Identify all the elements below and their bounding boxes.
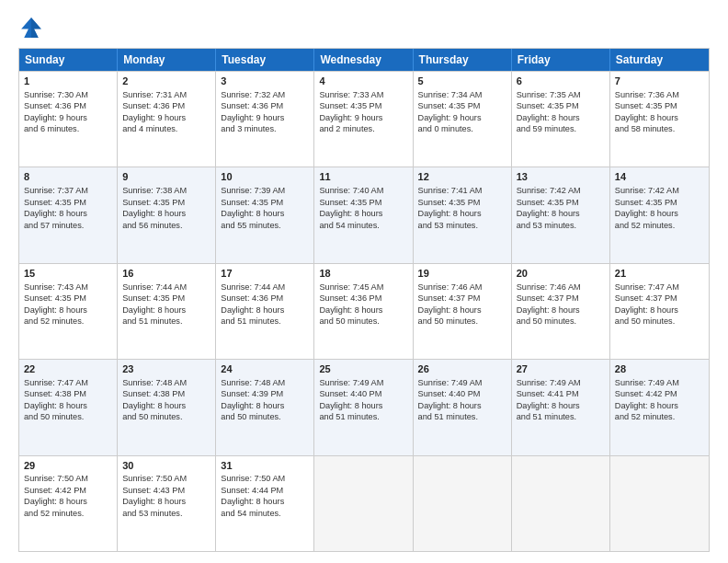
header-cell-wednesday: Wednesday <box>314 49 413 71</box>
calendar-row: 8Sunrise: 7:37 AM Sunset: 4:35 PM Daylig… <box>19 167 709 262</box>
calendar-row: 22Sunrise: 7:47 AM Sunset: 4:38 PM Dayli… <box>19 359 709 454</box>
calendar-cell: 11Sunrise: 7:40 AM Sunset: 4:35 PM Dayli… <box>314 167 413 262</box>
calendar-cell <box>512 456 610 551</box>
header-cell-monday: Monday <box>118 49 216 71</box>
calendar-cell <box>610 456 709 551</box>
calendar-cell: 18Sunrise: 7:45 AM Sunset: 4:36 PM Dayli… <box>314 264 413 359</box>
calendar-cell: 28Sunrise: 7:49 AM Sunset: 4:42 PM Dayli… <box>610 360 709 454</box>
calendar-cell: 24Sunrise: 7:48 AM Sunset: 4:39 PM Dayli… <box>216 360 314 454</box>
calendar-cell: 8Sunrise: 7:37 AM Sunset: 4:35 PM Daylig… <box>19 167 118 262</box>
calendar-cell: 6Sunrise: 7:35 AM Sunset: 4:35 PM Daylig… <box>512 72 610 167</box>
calendar-cell: 30Sunrise: 7:50 AM Sunset: 4:43 PM Dayli… <box>118 456 216 551</box>
calendar-cell: 14Sunrise: 7:42 AM Sunset: 4:35 PM Dayli… <box>610 167 709 262</box>
calendar-cell: 16Sunrise: 7:44 AM Sunset: 4:35 PM Dayli… <box>118 264 216 359</box>
calendar-cell: 1Sunrise: 7:30 AM Sunset: 4:36 PM Daylig… <box>19 72 118 167</box>
calendar-cell: 27Sunrise: 7:49 AM Sunset: 4:41 PM Dayli… <box>512 360 610 454</box>
calendar-cell: 17Sunrise: 7:44 AM Sunset: 4:36 PM Dayli… <box>216 264 314 359</box>
calendar-cell: 31Sunrise: 7:50 AM Sunset: 4:44 PM Dayli… <box>216 456 314 551</box>
calendar-cell: 2Sunrise: 7:31 AM Sunset: 4:36 PM Daylig… <box>118 72 216 167</box>
calendar-cell: 4Sunrise: 7:33 AM Sunset: 4:35 PM Daylig… <box>314 72 413 167</box>
calendar: SundayMondayTuesdayWednesdayThursdayFrid… <box>18 48 710 552</box>
calendar-cell <box>314 456 413 551</box>
header-cell-thursday: Thursday <box>414 49 512 71</box>
calendar-cell: 5Sunrise: 7:34 AM Sunset: 4:35 PM Daylig… <box>414 72 512 167</box>
calendar-cell: 7Sunrise: 7:36 AM Sunset: 4:35 PM Daylig… <box>610 72 709 167</box>
calendar-body: 1Sunrise: 7:30 AM Sunset: 4:36 PM Daylig… <box>19 71 709 551</box>
page: SundayMondayTuesdayWednesdayThursdayFrid… <box>0 0 728 563</box>
calendar-cell: 10Sunrise: 7:39 AM Sunset: 4:35 PM Dayli… <box>216 167 314 262</box>
calendar-cell <box>414 456 512 551</box>
logo <box>18 15 48 40</box>
header-cell-sunday: Sunday <box>19 49 118 71</box>
calendar-cell: 13Sunrise: 7:42 AM Sunset: 4:35 PM Dayli… <box>512 167 610 262</box>
calendar-cell: 26Sunrise: 7:49 AM Sunset: 4:40 PM Dayli… <box>414 360 512 454</box>
header-cell-tuesday: Tuesday <box>216 49 314 71</box>
calendar-row: 29Sunrise: 7:50 AM Sunset: 4:42 PM Dayli… <box>19 455 709 551</box>
calendar-cell: 12Sunrise: 7:41 AM Sunset: 4:35 PM Dayli… <box>414 167 512 262</box>
calendar-cell: 29Sunrise: 7:50 AM Sunset: 4:42 PM Dayli… <box>19 456 118 551</box>
calendar-cell: 25Sunrise: 7:49 AM Sunset: 4:40 PM Dayli… <box>314 360 413 454</box>
header-cell-saturday: Saturday <box>610 49 709 71</box>
header <box>18 15 710 40</box>
header-cell-friday: Friday <box>512 49 610 71</box>
calendar-row: 1Sunrise: 7:30 AM Sunset: 4:36 PM Daylig… <box>19 71 709 167</box>
calendar-cell: 3Sunrise: 7:32 AM Sunset: 4:36 PM Daylig… <box>216 72 314 167</box>
svg-marker-1 <box>31 17 41 38</box>
calendar-row: 15Sunrise: 7:43 AM Sunset: 4:35 PM Dayli… <box>19 263 709 359</box>
calendar-cell: 9Sunrise: 7:38 AM Sunset: 4:35 PM Daylig… <box>118 167 216 262</box>
calendar-cell: 21Sunrise: 7:47 AM Sunset: 4:37 PM Dayli… <box>610 264 709 359</box>
calendar-cell: 19Sunrise: 7:46 AM Sunset: 4:37 PM Dayli… <box>414 264 512 359</box>
logo-icon <box>18 15 44 40</box>
calendar-header: SundayMondayTuesdayWednesdayThursdayFrid… <box>19 49 709 71</box>
calendar-cell: 22Sunrise: 7:47 AM Sunset: 4:38 PM Dayli… <box>19 360 118 454</box>
calendar-cell: 23Sunrise: 7:48 AM Sunset: 4:38 PM Dayli… <box>118 360 216 454</box>
calendar-cell: 20Sunrise: 7:46 AM Sunset: 4:37 PM Dayli… <box>512 264 610 359</box>
calendar-cell: 15Sunrise: 7:43 AM Sunset: 4:35 PM Dayli… <box>19 264 118 359</box>
